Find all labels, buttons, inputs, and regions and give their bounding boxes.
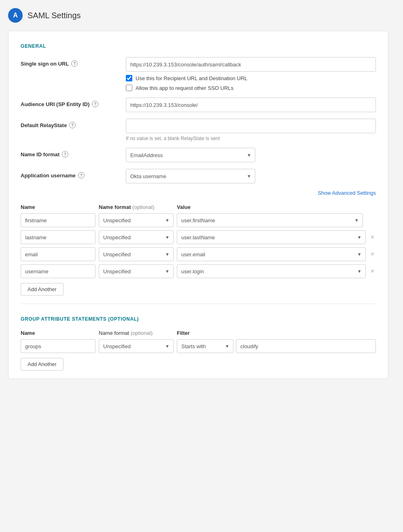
attr-format-wrap-email: Unspecified URI Reference Basic ▼ xyxy=(99,247,174,261)
group-attr-format-wrap-groups: Unspecified URI Reference Basic ▼ xyxy=(99,339,174,353)
page-title: SAML Settings xyxy=(28,11,81,20)
group-attr-header: Name Name format (optional) Filter xyxy=(21,330,376,336)
attr-format-wrap-firstname: Unspecified URI Reference Basic ▼ xyxy=(99,213,174,227)
attr-name-input-firstname[interactable] xyxy=(21,213,95,227)
use-recipient-label: Use this for Recipient URL and Destinati… xyxy=(136,75,247,81)
general-section: GENERAL Single sign on URL ? Use this fo… xyxy=(21,43,376,196)
sso-url-help-icon: ? xyxy=(71,60,78,67)
attr-format-wrap-lastname: Unspecified URI Reference Basic ▼ xyxy=(99,230,174,244)
audience-uri-row: Audience URI (SP Entity ID) ? xyxy=(21,98,376,112)
attr-format-select-email[interactable]: Unspecified URI Reference Basic xyxy=(99,247,174,261)
audience-uri-label: Audience URI (SP Entity ID) ? xyxy=(21,98,118,107)
relay-state-input[interactable] xyxy=(126,119,376,133)
attr-name-header: Name xyxy=(21,204,95,210)
filter-type-select-groups[interactable]: Starts with Equals Contains Matches rege… xyxy=(177,339,233,353)
attr-format-wrap-username: Unspecified URI Reference Basic ▼ xyxy=(99,264,174,278)
use-recipient-row: Use this for Recipient URL and Destinati… xyxy=(126,75,376,81)
attr-value-wrap-lastname: user.firstName user.lastName user.email … xyxy=(177,230,366,244)
attr-format-select-firstname[interactable]: Unspecified URI Reference Basic xyxy=(99,213,174,227)
group-attr-format-select-groups[interactable]: Unspecified URI Reference Basic xyxy=(99,339,174,353)
allow-sso-checkbox[interactable] xyxy=(126,85,132,91)
attr-name-input-lastname[interactable] xyxy=(21,230,95,244)
group-attr-add-another-button[interactable]: Add Another xyxy=(21,358,64,370)
app-username-select-wrap: Okta username Email Custom ▼ xyxy=(126,169,255,183)
app-username-label: Application username ? xyxy=(21,169,118,179)
relay-state-hint: If no value is set, a blank RelayState i… xyxy=(126,136,376,141)
attribute-statements-section: Name Name format (optional) Value Unspec… xyxy=(21,204,376,296)
name-id-format-select[interactable]: Unspecified EmailAddress X509SubjectName… xyxy=(126,148,255,162)
attr-row-lastname: Unspecified URI Reference Basic ▼ user.f… xyxy=(21,230,376,244)
sso-url-label: Single sign on URL ? xyxy=(21,57,118,67)
attr-value-wrap-email: user.firstName user.lastName user.email … xyxy=(177,247,366,261)
attr-row-email: Unspecified URI Reference Basic ▼ user.f… xyxy=(21,247,376,261)
avatar: A xyxy=(8,8,23,23)
audience-uri-input[interactable] xyxy=(126,98,376,112)
attr-statements-header: Name Name format (optional) Value xyxy=(21,204,376,210)
app-username-row: Application username ? Okta username Ema… xyxy=(21,169,376,183)
attr-name-input-email[interactable] xyxy=(21,247,95,261)
use-recipient-checkbox[interactable] xyxy=(126,75,132,81)
app-username-select[interactable]: Okta username Email Custom xyxy=(126,169,255,183)
attr-value-header: Value xyxy=(177,204,376,210)
name-id-format-label: Name ID format ? xyxy=(21,148,118,157)
app-username-help-icon: ? xyxy=(78,172,85,179)
filter-value-input-groups[interactable] xyxy=(236,339,376,353)
name-id-format-row: Name ID format ? Unspecified EmailAddres… xyxy=(21,148,376,162)
group-attr-name-input-groups[interactable] xyxy=(21,339,95,353)
name-id-format-controls: Unspecified EmailAddress X509SubjectName… xyxy=(126,148,376,162)
attr-value-select-firstname[interactable]: user.firstName user.lastName user.email … xyxy=(177,213,363,227)
relay-state-row: Default RelayState ? If no value is set,… xyxy=(21,119,376,141)
name-id-format-help-icon: ? xyxy=(62,151,68,157)
group-attr-name-header: Name xyxy=(21,330,95,336)
attr-remove-btn-username[interactable]: × xyxy=(369,268,376,275)
attr-row-firstname: Unspecified URI Reference Basic ▼ user.f… xyxy=(21,213,376,227)
relay-state-label: Default RelayState ? xyxy=(21,119,118,128)
page-header: A SAML Settings xyxy=(8,8,395,23)
name-id-format-select-wrap: Unspecified EmailAddress X509SubjectName… xyxy=(126,148,255,162)
advanced-settings-link[interactable]: Show Advanced Settings xyxy=(21,190,376,196)
group-attr-filter-header: Filter xyxy=(177,330,376,336)
attr-remove-btn-email[interactable]: × xyxy=(369,251,376,257)
sso-url-controls: Use this for Recipient URL and Destinati… xyxy=(126,57,376,91)
attr-format-select-lastname[interactable]: Unspecified URI Reference Basic xyxy=(99,230,174,244)
group-attr-section-title: GROUP ATTRIBUTE STATEMENTS (OPTIONAL) xyxy=(21,316,376,322)
attr-format-select-username[interactable]: Unspecified URI Reference Basic xyxy=(99,264,174,278)
group-attr-format-header: Name format (optional) xyxy=(99,330,174,336)
filter-type-wrap-groups: Starts with Equals Contains Matches rege… xyxy=(177,339,233,353)
attr-remove-btn-lastname[interactable]: × xyxy=(369,234,376,240)
audience-uri-controls xyxy=(126,98,376,112)
allow-sso-row: Allow this app to request other SSO URLs xyxy=(126,85,376,91)
attr-value-wrap-firstname: user.firstName user.lastName user.email … xyxy=(177,213,363,227)
section-divider xyxy=(21,304,376,304)
relay-state-help-icon: ? xyxy=(69,122,76,128)
main-card: GENERAL Single sign on URL ? Use this fo… xyxy=(8,31,388,379)
attr-value-select-username[interactable]: user.firstName user.lastName user.email … xyxy=(177,264,366,278)
attr-add-another-button[interactable]: Add Another xyxy=(21,283,64,296)
attr-row-username: Unspecified URI Reference Basic ▼ user.f… xyxy=(21,264,376,278)
relay-state-controls: If no value is set, a blank RelayState i… xyxy=(126,119,376,141)
app-username-controls: Okta username Email Custom ▼ xyxy=(126,169,376,183)
allow-sso-label: Allow this app to request other SSO URLs xyxy=(136,85,233,91)
sso-url-input[interactable] xyxy=(126,57,376,72)
general-section-title: GENERAL xyxy=(21,43,376,49)
attr-name-input-username[interactable] xyxy=(21,264,95,278)
attr-format-header: Name format (optional) xyxy=(99,204,174,210)
group-attr-filter-wrap-groups: Starts with Equals Contains Matches rege… xyxy=(177,339,376,353)
attr-value-select-lastname[interactable]: user.firstName user.lastName user.email … xyxy=(177,230,366,244)
attr-value-wrap-username: user.firstName user.lastName user.email … xyxy=(177,264,366,278)
group-attr-section: GROUP ATTRIBUTE STATEMENTS (OPTIONAL) Na… xyxy=(21,316,376,370)
group-attr-row-groups: Unspecified URI Reference Basic ▼ Starts… xyxy=(21,339,376,353)
sso-url-row: Single sign on URL ? Use this for Recipi… xyxy=(21,57,376,91)
audience-uri-help-icon: ? xyxy=(92,101,98,107)
attr-value-select-email[interactable]: user.firstName user.lastName user.email … xyxy=(177,247,366,261)
